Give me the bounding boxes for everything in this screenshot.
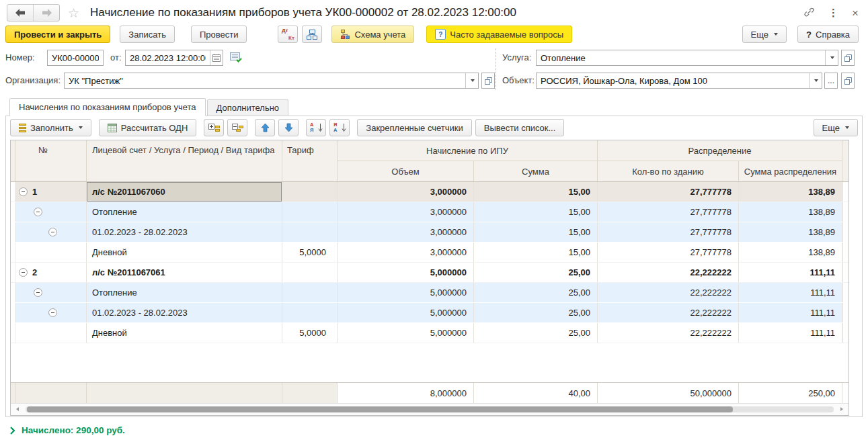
- favorites-star-icon[interactable]: ☆: [68, 7, 79, 19]
- volume-cell[interactable]: 3,000000: [338, 182, 474, 202]
- tree-expander-icon[interactable]: [34, 208, 42, 216]
- account-cell[interactable]: л/с №2011067060: [87, 182, 282, 202]
- organization-dropdown-button[interactable]: [465, 73, 478, 88]
- account-cell[interactable]: Дневной: [87, 323, 282, 343]
- qty-building-cell[interactable]: 22,222222: [598, 303, 739, 322]
- account-cell[interactable]: 01.02.2023 - 28.02.2023: [87, 303, 282, 322]
- tree-expander-icon[interactable]: [48, 228, 57, 236]
- volume-cell[interactable]: 3,000000: [338, 222, 474, 242]
- volume-cell[interactable]: 5,000000: [338, 263, 474, 282]
- column-header-num[interactable]: №: [15, 140, 87, 181]
- table-row[interactable]: Дневной5,00005,00000025,0022,222222111,1…: [11, 323, 849, 343]
- sum-cell[interactable]: 15,00: [474, 202, 598, 222]
- table-row[interactable]: 01.02.2023 - 28.02.20233,00000015,0027,7…: [11, 222, 849, 243]
- sum-cell[interactable]: 15,00: [474, 222, 598, 242]
- forward-button[interactable]: [34, 5, 59, 21]
- organization-input[interactable]: [65, 74, 465, 87]
- more-menu-kebab-icon[interactable]: ⋮: [828, 7, 838, 19]
- write-button[interactable]: Записать: [120, 26, 175, 43]
- tab-accruals[interactable]: Начисления по показаниям приборов учета: [9, 98, 206, 116]
- qty-building-cell[interactable]: 22,222222: [598, 263, 739, 282]
- qty-building-cell[interactable]: 22,222222: [598, 283, 739, 302]
- faq-button[interactable]: ? Часто задаваемые вопросы: [426, 26, 572, 43]
- back-button[interactable]: [7, 5, 34, 21]
- distribution-sum-cell[interactable]: 138,89: [739, 202, 842, 222]
- column-group-accrual-ipu[interactable]: Начисление по ИПУ: [338, 140, 598, 161]
- sum-cell[interactable]: 25,00: [474, 303, 598, 322]
- column-header-qty-building[interactable]: Кол-во по зданию: [598, 161, 739, 181]
- distribution-sum-cell[interactable]: 138,89: [739, 182, 842, 202]
- account-cell[interactable]: Отопление: [87, 283, 282, 302]
- scroll-left-arrow-icon[interactable]: [16, 407, 19, 411]
- column-header-dist-sum[interactable]: Сумма распределения: [739, 161, 842, 181]
- dt-kt-postings-button[interactable]: ДтКт: [278, 26, 298, 43]
- distribution-sum-cell[interactable]: 138,89: [739, 243, 842, 262]
- service-open-button[interactable]: [841, 50, 855, 66]
- scrollbar-thumb[interactable]: [27, 406, 733, 412]
- number-input[interactable]: [48, 51, 103, 64]
- sort-ascending-button[interactable]: А Я: [306, 119, 326, 136]
- tree-expander-icon[interactable]: [48, 308, 57, 317]
- distribution-sum-cell[interactable]: 111,11: [739, 283, 842, 302]
- sum-cell[interactable]: 25,00: [474, 263, 598, 282]
- distribution-sum-cell[interactable]: 138,89: [739, 222, 842, 242]
- distribution-sum-cell[interactable]: 111,11: [739, 303, 842, 322]
- account-cell[interactable]: Дневной: [87, 243, 282, 262]
- service-input[interactable]: [537, 51, 825, 64]
- account-cell[interactable]: л/с №2011067061: [87, 263, 282, 282]
- qty-building-cell[interactable]: 27,777778: [598, 202, 739, 222]
- volume-cell[interactable]: 3,000000: [338, 202, 474, 222]
- account-cell[interactable]: 01.02.2023 - 28.02.2023: [87, 222, 282, 242]
- tab-additional[interactable]: Дополнительно: [207, 99, 289, 116]
- sum-cell[interactable]: 15,00: [474, 182, 598, 202]
- volume-cell[interactable]: 3,000000: [338, 243, 474, 262]
- post-button[interactable]: Провести: [191, 26, 247, 43]
- object-ellipsis-button[interactable]: ...: [824, 73, 838, 89]
- date-field[interactable]: [125, 50, 223, 66]
- tree-expander-icon[interactable]: [19, 187, 28, 196]
- table-more-button[interactable]: Еще: [814, 119, 858, 136]
- sum-cell[interactable]: 25,00: [474, 283, 598, 302]
- table-row[interactable]: Дневной5,00003,00000015,0027,777778138,8…: [11, 243, 849, 263]
- date-input[interactable]: [126, 51, 210, 64]
- close-icon[interactable]: ×: [852, 7, 859, 19]
- table-row[interactable]: 2л/с №20110670615,00000025,0022,22222211…: [11, 263, 849, 283]
- table-row[interactable]: Отопление5,00000025,0022,222222111,11: [11, 283, 849, 303]
- qty-building-cell[interactable]: 22,222222: [598, 323, 739, 343]
- table-row[interactable]: Отопление3,00000015,0027,777778138,89: [11, 202, 849, 222]
- table-row[interactable]: 01.02.2023 - 28.02.20235,00000025,0022,2…: [11, 303, 849, 323]
- pinned-meters-button[interactable]: Закрепленные счетчики: [357, 119, 472, 136]
- volume-cell[interactable]: 5,000000: [338, 303, 474, 322]
- post-and-close-button[interactable]: Провести и закрыть: [5, 26, 110, 43]
- organization-open-button[interactable]: [481, 73, 495, 89]
- help-button[interactable]: ? Справка: [797, 26, 859, 43]
- fill-button[interactable]: Заполнить: [10, 119, 91, 136]
- number-field[interactable]: [47, 50, 104, 66]
- tariff-cell[interactable]: [282, 303, 338, 322]
- tariff-cell[interactable]: [282, 202, 338, 222]
- more-button[interactable]: Еще: [742, 26, 787, 43]
- qty-building-cell[interactable]: 27,777778: [598, 243, 739, 262]
- column-header-sum[interactable]: Сумма: [474, 161, 598, 181]
- print-list-button[interactable]: Вывести список...: [475, 119, 565, 136]
- tree-expander-icon[interactable]: [19, 268, 28, 277]
- sort-descending-button[interactable]: Я А: [329, 119, 350, 136]
- distribution-sum-cell[interactable]: 111,11: [739, 263, 842, 282]
- tariff-cell[interactable]: [282, 222, 338, 242]
- get-link-icon[interactable]: [803, 7, 815, 19]
- organization-field[interactable]: [64, 73, 479, 89]
- object-field[interactable]: [536, 73, 822, 89]
- volume-cell[interactable]: 5,000000: [338, 323, 474, 343]
- sum-cell[interactable]: 15,00: [474, 243, 598, 262]
- table-row[interactable]: 1л/с №20110670603,00000015,0027,77777813…: [11, 182, 849, 202]
- form-column-splitter[interactable]: [496, 48, 496, 90]
- object-open-button[interactable]: [841, 73, 855, 89]
- volume-cell[interactable]: 5,000000: [338, 283, 474, 302]
- object-input[interactable]: [537, 74, 809, 87]
- column-header-account[interactable]: Лицевой счет / Услуга / Период / Вид тар…: [87, 140, 282, 181]
- move-down-button[interactable]: [278, 119, 299, 136]
- calc-odn-button[interactable]: Рассчитать ОДН: [99, 119, 196, 136]
- column-header-volume[interactable]: Объем: [338, 161, 474, 181]
- tariff-cell[interactable]: 5,0000: [282, 243, 338, 262]
- tariff-cell[interactable]: [282, 182, 338, 202]
